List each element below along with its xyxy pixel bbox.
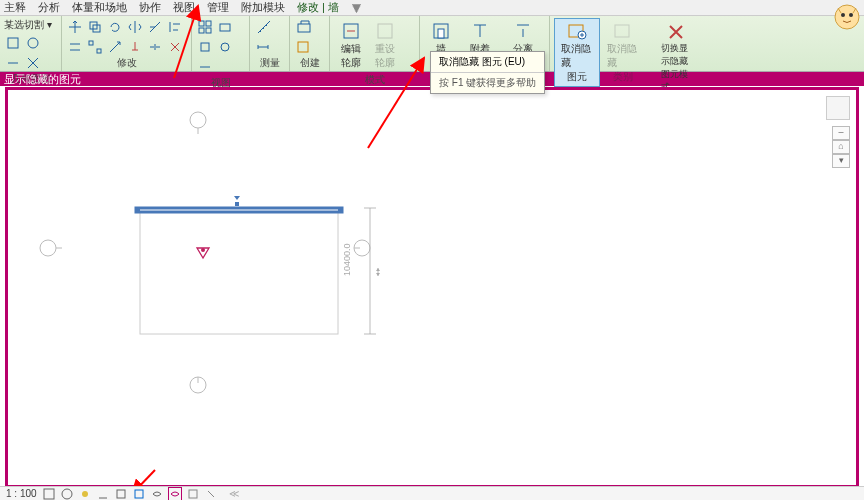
- visual-style-icon[interactable]: [61, 488, 73, 500]
- temp-props-icon[interactable]: [187, 488, 199, 500]
- detail-level-icon[interactable]: [43, 488, 55, 500]
- scale-label[interactable]: 1 : 100: [6, 488, 37, 499]
- measure-icon[interactable]: [254, 18, 272, 36]
- svg-rect-5: [97, 49, 101, 53]
- unhide-element-button[interactable]: 取消隐藏图元: [554, 18, 600, 87]
- menu-bar: 主释 分析 体量和场地 协作 视图 管理 附加模块 修改 | 墙 ⯆: [0, 0, 864, 16]
- cut-dropdown[interactable]: 某选切割 ▾: [4, 18, 52, 32]
- svg-rect-37: [117, 490, 125, 498]
- view-grid-icon[interactable]: [196, 18, 214, 36]
- create-group-icon[interactable]: [294, 38, 312, 56]
- crop-view-icon[interactable]: [115, 488, 127, 500]
- svg-rect-7: [206, 21, 211, 26]
- reset-profile-icon: [375, 21, 395, 41]
- view-hide-icon[interactable]: [216, 18, 234, 36]
- view-iso-icon[interactable]: [196, 38, 214, 56]
- toggle-reveal-button[interactable]: 切换显示隐藏图元模式: [654, 18, 698, 97]
- svg-rect-11: [201, 43, 209, 51]
- menu-annotate[interactable]: 主释: [4, 0, 26, 15]
- unhide-category-button: 取消隐藏类别: [600, 18, 646, 87]
- copy-icon[interactable]: [86, 18, 104, 36]
- toggle-reveal-icon: [665, 21, 687, 41]
- svg-point-35: [62, 489, 72, 499]
- menu-expand-icon[interactable]: ⯆: [351, 2, 362, 14]
- menu-analyze[interactable]: 分析: [38, 0, 60, 15]
- delete-icon[interactable]: [166, 38, 184, 56]
- split-icon[interactable]: [146, 38, 164, 56]
- join-icon[interactable]: [4, 54, 22, 72]
- align-icon[interactable]: [166, 18, 184, 36]
- menu-view[interactable]: 视图: [173, 0, 195, 15]
- svg-rect-23: [338, 207, 342, 213]
- view-cam-icon[interactable]: [216, 38, 234, 56]
- view-cube[interactable]: [826, 96, 850, 120]
- svg-point-33: [849, 13, 853, 17]
- reveal-hidden-icon[interactable]: [169, 488, 181, 500]
- match-icon[interactable]: [24, 34, 42, 52]
- menu-massing[interactable]: 体量和场地: [72, 0, 127, 15]
- attach-icon: [470, 21, 490, 41]
- array-icon[interactable]: [86, 38, 104, 56]
- trim-icon[interactable]: [146, 18, 164, 36]
- menu-addins[interactable]: 附加模块: [241, 0, 285, 15]
- menu-modify-wall[interactable]: 修改 | 墙: [297, 0, 339, 15]
- rotate-icon[interactable]: [106, 18, 124, 36]
- group-create-label: 创建: [294, 56, 325, 70]
- paste-icon[interactable]: [4, 34, 22, 52]
- dimension[interactable]: 10400.0: [342, 208, 380, 334]
- svg-point-25: [201, 248, 205, 252]
- view-title: 显示隐藏的图元: [4, 72, 81, 87]
- shadows-icon[interactable]: [97, 488, 109, 500]
- detach-icon: [513, 21, 533, 41]
- nav-bar[interactable]: –⌂▾: [832, 126, 850, 168]
- dimension-icon[interactable]: [254, 38, 272, 56]
- svg-rect-9: [206, 28, 211, 33]
- edit-profile-button[interactable]: 编辑轮廓: [334, 18, 368, 73]
- view-misc-icon[interactable]: [196, 58, 214, 76]
- svg-rect-18: [438, 29, 444, 38]
- mirror-icon[interactable]: [126, 18, 144, 36]
- svg-rect-21: [615, 25, 629, 37]
- svg-rect-16: [378, 24, 392, 38]
- reset-profile-button: 重设轮廓: [368, 18, 402, 73]
- pin-icon[interactable]: [126, 38, 144, 56]
- crop-region-icon[interactable]: [133, 488, 145, 500]
- drawing-canvas[interactable]: 10400.0 –⌂▾: [5, 87, 859, 488]
- grid-bubble[interactable]: [40, 240, 56, 256]
- unhide-category-icon: [612, 21, 634, 41]
- svg-rect-24: [235, 202, 239, 206]
- svg-rect-14: [298, 42, 308, 52]
- room-tag[interactable]: [197, 248, 209, 258]
- tooltip: 取消隐藏 图元 (EU) 按 F1 键获得更多帮助: [430, 51, 545, 94]
- svg-rect-22: [136, 207, 140, 213]
- status-bar: 1 : 100 ≪: [0, 486, 864, 500]
- sun-path-icon[interactable]: [79, 488, 91, 500]
- svg-rect-6: [199, 21, 204, 26]
- unhide-element-icon: [566, 21, 588, 41]
- group-modify-label: 修改: [66, 56, 187, 70]
- scale-icon[interactable]: [106, 38, 124, 56]
- constraints-icon[interactable]: [205, 488, 217, 500]
- create-similar-icon[interactable]: [294, 18, 312, 36]
- grid-bubble[interactable]: [190, 112, 206, 128]
- wall-segment[interactable]: [136, 208, 342, 212]
- assistant-mascot[interactable]: [832, 2, 862, 32]
- tooltip-hint: 按 F1 键获得更多帮助: [431, 73, 544, 93]
- svg-point-1: [28, 38, 38, 48]
- cope-icon[interactable]: [24, 54, 42, 72]
- menu-collab[interactable]: 协作: [139, 0, 161, 15]
- svg-point-36: [82, 491, 88, 497]
- move-icon[interactable]: [66, 18, 84, 36]
- status-chevron-icon[interactable]: ≪: [229, 488, 239, 499]
- svg-rect-39: [189, 490, 197, 498]
- offset-icon[interactable]: [66, 38, 84, 56]
- svg-rect-4: [89, 41, 93, 45]
- edit-profile-icon: [341, 21, 361, 41]
- menu-manage[interactable]: 管理: [207, 0, 229, 15]
- svg-point-32: [841, 13, 845, 17]
- wall-opening-icon: [431, 21, 451, 41]
- svg-rect-0: [8, 38, 18, 48]
- hide-isolate-icon[interactable]: [151, 488, 163, 500]
- svg-rect-13: [298, 24, 310, 32]
- group-mode-label: 模式: [334, 73, 415, 87]
